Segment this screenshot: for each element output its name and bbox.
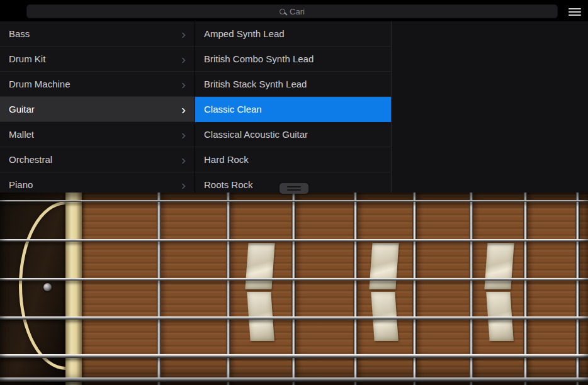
chevron-right-icon: › — [181, 180, 186, 190]
category-row-drum-machine[interactable]: Drum Machine › — [0, 72, 195, 97]
instrument-label: Classical Acoustic Guitar — [204, 129, 308, 140]
category-row-drum-kit[interactable]: Drum Kit › — [0, 47, 195, 72]
menu-icon[interactable] — [568, 8, 581, 16]
search-icon — [280, 9, 285, 14]
chevron-right-icon: › — [181, 79, 186, 89]
chevron-right-icon: › — [181, 155, 186, 165]
category-row-mallet[interactable]: Mallet › — [0, 122, 195, 147]
fret-marker-inlay — [484, 243, 514, 289]
instrument-label: British Combo Synth Lead — [204, 53, 314, 64]
list-empty-area — [392, 21, 588, 192]
chevron-right-icon: › — [181, 130, 186, 140]
chevron-right-icon: › — [181, 104, 186, 114]
category-label: Bass — [9, 28, 30, 39]
instrument-row-amped-synth-lead[interactable]: Amped Synth Lead — [195, 21, 391, 47]
instrument-list: Amped Synth Lead British Combo Synth Lea… — [195, 21, 392, 192]
instrument-label: British Stack Synth Lead — [204, 79, 307, 89]
fret-marker-inlay — [369, 243, 399, 289]
body-binding-curve — [19, 201, 65, 370]
category-label: Drum Machine — [9, 79, 71, 89]
category-label: Piano — [9, 179, 33, 190]
chevron-right-icon: › — [181, 54, 186, 64]
guitar-string-4[interactable] — [0, 316, 588, 320]
instrument-row-hard-rock[interactable]: Hard Rock — [195, 147, 391, 172]
top-bar: Cari — [0, 0, 588, 21]
guitar-string-2[interactable] — [0, 239, 588, 242]
instrument-label: Hard Rock — [204, 154, 249, 165]
instrument-row-british-combo-synth-lead[interactable]: British Combo Synth Lead — [195, 47, 391, 72]
category-row-guitar[interactable]: Guitar › — [0, 97, 195, 122]
guitar-string-6[interactable] — [0, 377, 588, 382]
search-placeholder: Cari — [290, 7, 305, 16]
category-row-bass[interactable]: Bass › — [0, 21, 195, 47]
instrument-label: Amped Synth Lead — [204, 28, 285, 39]
garageband-sound-browser-screen: Cari Bass › Drum Kit › Drum Machine › Gu… — [0, 0, 588, 385]
instrument-row-classic-clean[interactable]: Classic Clean — [195, 97, 391, 122]
guitar-string-1[interactable] — [0, 200, 588, 202]
sound-browser-list: Bass › Drum Kit › Drum Machine › Guitar … — [0, 21, 588, 192]
category-label: Mallet — [9, 129, 34, 140]
instrument-label: Roots Rock — [204, 179, 253, 190]
fret-marker-inlay — [245, 243, 274, 289]
category-row-orchestral[interactable]: Orchestral › — [0, 147, 195, 172]
guitar-string-3[interactable] — [0, 278, 588, 281]
search-input[interactable]: Cari — [26, 4, 558, 18]
instrument-row-classical-acoustic-guitar[interactable]: Classical Acoustic Guitar — [195, 122, 391, 147]
guitar-string-5[interactable] — [0, 354, 588, 358]
browser-pull-handle[interactable] — [280, 183, 308, 194]
category-label: Drum Kit — [9, 53, 45, 64]
category-label: Orchestral — [9, 154, 52, 165]
instrument-row-british-stack-synth-lead[interactable]: British Stack Synth Lead — [195, 72, 391, 97]
guitar-fretboard[interactable] — [0, 192, 588, 385]
strap-button — [43, 283, 52, 291]
category-label: Guitar — [9, 104, 35, 114]
instrument-label: Classic Clean — [204, 104, 262, 114]
category-list: Bass › Drum Kit › Drum Machine › Guitar … — [0, 21, 195, 192]
category-row-piano[interactable]: Piano › — [0, 172, 195, 192]
chevron-right-icon: › — [181, 29, 186, 39]
